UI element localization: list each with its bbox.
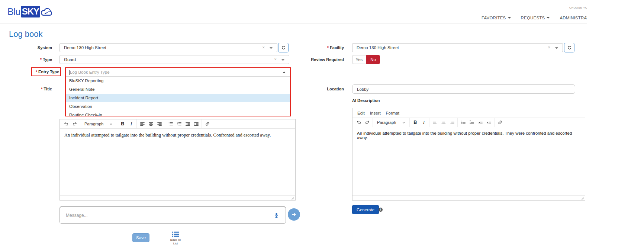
type-select[interactable]: Guard × xyxy=(59,55,289,64)
ai-description-editor: Edit Insert Format Paragraph B xyxy=(352,108,585,201)
align-right-button[interactable] xyxy=(448,119,456,126)
back-to-list-label: Back To List xyxy=(169,238,182,246)
link-button[interactable] xyxy=(203,120,212,128)
microphone-icon[interactable] xyxy=(274,212,279,219)
redo-button[interactable] xyxy=(70,120,79,128)
description-editor-content[interactable]: An individual attempted to tailgate into… xyxy=(60,129,295,195)
clear-icon[interactable]: × xyxy=(263,45,265,49)
save-button[interactable]: Save xyxy=(132,233,149,242)
entry-type-placeholder: Log Book Entry Type xyxy=(70,70,110,74)
bullet-list-icon xyxy=(168,121,173,126)
facility-select[interactable]: Demo 130 High Street × xyxy=(352,43,563,52)
align-center-button[interactable] xyxy=(439,119,448,126)
chevron-down-icon[interactable] xyxy=(555,47,558,49)
choose-menu-label[interactable]: CHOOSE YC xyxy=(569,6,587,9)
entry-type-option-general-note[interactable]: General Note xyxy=(66,85,290,94)
indent-icon xyxy=(486,120,492,125)
page-title: Log book xyxy=(9,29,43,39)
log-book-page: BluSKY CHOOSE YC FAVORITES REQUESTS ADMI… xyxy=(0,0,587,250)
facility-select-value: Demo 130 High Street xyxy=(357,45,399,50)
ai-editor-statusbar xyxy=(352,195,585,200)
entry-type-option-incident-report[interactable]: Incident Report xyxy=(66,94,290,102)
bullet-list-button[interactable] xyxy=(459,119,467,126)
top-navigation: FAVORITES REQUESTS ADMINISTRATION xyxy=(482,16,587,20)
indent-button[interactable] xyxy=(192,120,200,128)
review-required-label: Review Required xyxy=(292,57,344,62)
outdent-icon xyxy=(185,121,190,126)
system-label: System xyxy=(0,45,52,50)
indent-button[interactable] xyxy=(484,119,493,126)
bold-button[interactable]: B xyxy=(411,119,419,126)
undo-button[interactable] xyxy=(354,119,363,126)
logo-text-blu: Blu xyxy=(7,6,20,17)
chevron-up-icon[interactable] xyxy=(283,71,286,73)
chevron-down-icon[interactable] xyxy=(281,59,284,61)
redo-button[interactable] xyxy=(363,119,371,126)
resize-handle[interactable] xyxy=(580,196,584,200)
system-refresh-button[interactable] xyxy=(278,43,289,52)
nav-favorites[interactable]: FAVORITES xyxy=(482,16,511,20)
system-select-value: Demo 130 High Street xyxy=(64,45,106,50)
entry-type-option-blusky-reporting[interactable]: BluSKY Reporting xyxy=(66,77,290,85)
paragraph-style-select[interactable]: Paragraph xyxy=(81,122,116,126)
location-input[interactable]: Lobby xyxy=(352,84,575,94)
ai-description-editor-content[interactable]: An individual attempted to tailgate into… xyxy=(352,127,585,195)
align-left-button[interactable] xyxy=(138,120,146,128)
facility-refresh-button[interactable] xyxy=(564,43,574,52)
redo-icon xyxy=(72,121,77,126)
facility-label: *Facility xyxy=(292,45,344,50)
review-required-no-button[interactable]: No xyxy=(366,55,380,64)
numbered-list-button[interactable] xyxy=(467,119,476,126)
entry-type-option-observation[interactable]: Observation xyxy=(66,102,290,111)
nav-requests[interactable]: REQUESTS xyxy=(521,16,550,20)
entry-type-combobox[interactable]: Log Book Entry Type xyxy=(66,68,290,77)
align-center-button[interactable] xyxy=(146,120,155,128)
link-button[interactable] xyxy=(496,119,504,126)
clear-icon[interactable]: × xyxy=(548,45,550,49)
message-input[interactable] xyxy=(66,213,274,218)
info-icon[interactable]: i xyxy=(379,208,383,212)
nav-requests-label: REQUESTS xyxy=(521,16,545,20)
review-required-yes-button[interactable]: Yes xyxy=(352,55,366,64)
nav-administration-label: ADMINISTRATION xyxy=(560,16,587,20)
outdent-button[interactable] xyxy=(183,120,192,128)
paragraph-style-value: Paragraph xyxy=(377,120,396,125)
nav-administration[interactable]: ADMINISTRATION xyxy=(560,16,587,20)
align-right-icon xyxy=(450,120,455,125)
bold-button[interactable]: B xyxy=(118,120,127,128)
title-label: *Title xyxy=(0,87,52,91)
align-center-icon xyxy=(148,121,154,126)
undo-button[interactable] xyxy=(62,120,70,128)
paragraph-style-value: Paragraph xyxy=(84,122,103,126)
bullet-list-button[interactable] xyxy=(166,120,175,128)
paragraph-style-select[interactable]: Paragraph xyxy=(374,120,408,125)
back-to-list-button[interactable]: Back To List xyxy=(165,231,186,246)
italic-button[interactable]: I xyxy=(419,119,428,126)
italic-button[interactable]: I xyxy=(127,120,135,128)
undo-icon xyxy=(64,121,69,126)
align-left-button[interactable] xyxy=(431,119,439,126)
undo-icon xyxy=(356,120,361,125)
menu-insert[interactable]: Insert xyxy=(370,111,381,115)
clear-icon[interactable]: × xyxy=(274,57,277,61)
align-right-button[interactable] xyxy=(155,120,164,128)
generate-button[interactable]: Generate xyxy=(352,205,379,214)
send-message-button[interactable] xyxy=(288,208,300,221)
entry-type-dropdown-annotation: Log Book Entry Type BluSKY Reporting Gen… xyxy=(65,67,291,116)
type-select-value: Guard xyxy=(64,57,76,62)
numbered-list-button[interactable] xyxy=(175,120,183,128)
chevron-down-icon[interactable] xyxy=(270,47,273,49)
refresh-icon xyxy=(567,45,572,50)
system-select[interactable]: Demo 130 High Street × xyxy=(59,43,277,52)
menu-edit[interactable]: Edit xyxy=(357,111,365,115)
chevron-down-icon xyxy=(508,17,511,19)
description-editor: Paragraph B I xyxy=(59,119,296,201)
entry-type-option-routine-check-in[interactable]: Routine Check-In xyxy=(66,111,290,116)
blusky-logo[interactable]: BluSKY xyxy=(7,6,54,17)
resize-handle[interactable] xyxy=(291,196,294,200)
outdent-button[interactable] xyxy=(476,119,484,126)
indent-icon xyxy=(194,121,199,126)
menu-format[interactable]: Format xyxy=(386,111,399,115)
entry-type-label: Entry Type xyxy=(38,70,59,74)
align-center-icon xyxy=(441,120,446,125)
